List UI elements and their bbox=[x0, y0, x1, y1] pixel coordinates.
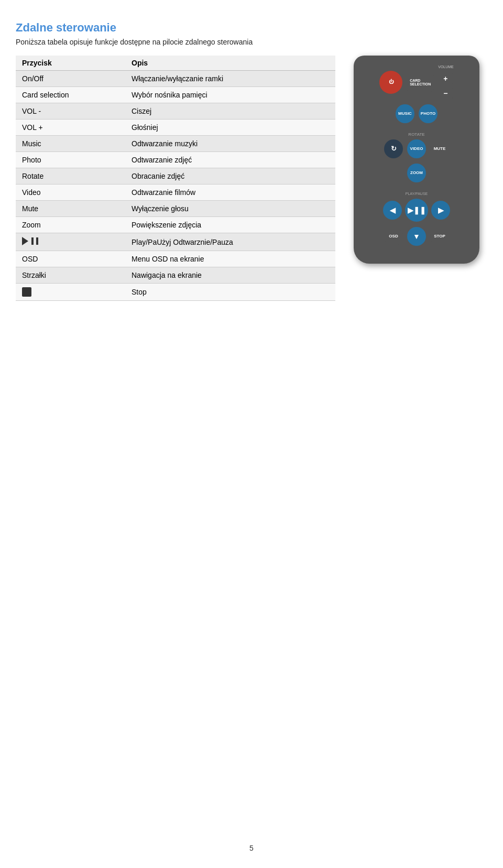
button-cell: Zoom bbox=[16, 217, 125, 233]
table-row: MuteWyłączenie głosu bbox=[16, 201, 335, 217]
page-subtitle: Poniższa tabela opisuje funkcje dostępne… bbox=[16, 38, 487, 46]
vol-minus-button[interactable]: − bbox=[438, 88, 453, 99]
description-cell: Odtwarzanie muzyki bbox=[125, 136, 335, 152]
button-cell: VOL + bbox=[16, 120, 125, 136]
remote-table: Przycisk Opis On/OffWłączanie/wyłączanie… bbox=[16, 56, 335, 301]
rotate-label: ROTATE bbox=[408, 132, 424, 137]
description-cell: Głośniej bbox=[125, 120, 335, 136]
table-row: VideoOdtwarzanie filmów bbox=[16, 185, 335, 201]
table-row: RotateObracanie zdjęć bbox=[16, 168, 335, 185]
button-cell: Photo bbox=[16, 152, 125, 168]
button-cell: VOL - bbox=[16, 103, 125, 120]
video-button[interactable]: VIDEO bbox=[407, 139, 426, 158]
table-row: OSDMenu OSD na ekranie bbox=[16, 251, 335, 267]
stop-button[interactable]: STOP bbox=[430, 227, 449, 246]
volume-label: VOLUME bbox=[438, 65, 454, 69]
table-row: VOL -Ciszej bbox=[16, 103, 335, 120]
table-row: Card selectionWybór nośnika pamięci bbox=[16, 87, 335, 103]
button-cell bbox=[16, 233, 125, 251]
table-row: MusicOdtwarzanie muzyki bbox=[16, 136, 335, 152]
button-cell: Video bbox=[16, 185, 125, 201]
description-cell: Odtwarzanie zdjęć bbox=[125, 152, 335, 168]
description-cell: Odtwarzanie filmów bbox=[125, 185, 335, 201]
table-row: On/OffWłączanie/wyłączanie ramki bbox=[16, 71, 335, 87]
card-selection-button[interactable]: CARDSELECTION bbox=[407, 73, 434, 92]
description-cell: Wybór nośnika pamięci bbox=[125, 87, 335, 103]
down-arrow-button[interactable]: ▼ bbox=[407, 227, 426, 246]
music-button[interactable]: MUSIC bbox=[396, 104, 414, 123]
stop-icon bbox=[22, 287, 31, 297]
power-button[interactable]: ⏻ bbox=[379, 71, 402, 94]
table-row: StrzałkiNawigacja na ekranie bbox=[16, 267, 335, 284]
right-arrow-button[interactable]: ▶ bbox=[431, 201, 450, 220]
page-number: 5 bbox=[249, 844, 254, 852]
play-pause-label: PLAY/PAUSE bbox=[406, 192, 428, 196]
button-cell: Strzałki bbox=[16, 267, 125, 284]
button-cell: Rotate bbox=[16, 168, 125, 185]
play-triangle-icon bbox=[22, 237, 28, 245]
description-cell: Obracanie zdjęć bbox=[125, 168, 335, 185]
description-cell: Włączanie/wyłączanie ramki bbox=[125, 71, 335, 87]
play-pause-icon bbox=[22, 237, 38, 245]
button-cell bbox=[16, 284, 125, 301]
description-cell: Play/PaUżyj Odtwarznie/Pauza bbox=[125, 233, 335, 251]
zoom-button[interactable]: ZOOM bbox=[407, 164, 426, 182]
description-cell: Stop bbox=[125, 284, 335, 301]
left-arrow-button[interactable]: ◀ bbox=[383, 201, 402, 220]
table-row: ZoomPowiększenie zdjęcia bbox=[16, 217, 335, 233]
volume-column: VOLUME + − bbox=[438, 65, 454, 99]
pause-bar-icon bbox=[36, 237, 38, 245]
description-cell: Menu OSD na ekranie bbox=[125, 251, 335, 267]
col-button-header: Przycisk bbox=[16, 56, 125, 71]
table-row: VOL +Głośniej bbox=[16, 120, 335, 136]
rotate-button[interactable]: ↻ bbox=[384, 139, 403, 158]
button-cell: Card selection bbox=[16, 87, 125, 103]
power-icon: ⏻ bbox=[389, 79, 393, 85]
button-cell: Music bbox=[16, 136, 125, 152]
music-photo-row: MUSIC PHOTO bbox=[361, 104, 472, 123]
nav-row: ◀ ▶❚❚ ▶ bbox=[361, 199, 472, 222]
table-row: PhotoOdtwarzanie zdjęć bbox=[16, 152, 335, 168]
button-cell: OSD bbox=[16, 251, 125, 267]
col-description-header: Opis bbox=[125, 56, 335, 71]
button-cell: Mute bbox=[16, 201, 125, 217]
description-cell: Wyłączenie głosu bbox=[125, 201, 335, 217]
mute-button[interactable]: MUTE bbox=[430, 139, 449, 158]
page-title: Zdalne sterowanie bbox=[16, 21, 487, 35]
pause-bar-icon bbox=[31, 237, 34, 245]
rotate-video-mute-row: ↻ VIDEO MUTE bbox=[361, 139, 472, 158]
description-cell: Nawigacja na ekranie bbox=[125, 267, 335, 284]
button-cell: On/Off bbox=[16, 71, 125, 87]
play-pause-button[interactable]: ▶❚❚ bbox=[405, 199, 428, 222]
remote-top-row: ⏻ CARDSELECTION VOLUME + − bbox=[361, 65, 472, 99]
zoom-row: ZOOM bbox=[361, 164, 472, 182]
description-cell: Ciszej bbox=[125, 103, 335, 120]
osd-down-stop-row: OSD ▼ STOP bbox=[361, 227, 472, 246]
description-cell: Powiększenie zdjęcia bbox=[125, 217, 335, 233]
remote-area: ⏻ CARDSELECTION VOLUME + − MUSIC PHOTO bbox=[346, 56, 487, 264]
table-row: Play/PaUżyj Odtwarznie/Pauza bbox=[16, 233, 335, 251]
table-area: Przycisk Opis On/OffWłączanie/wyłączanie… bbox=[16, 56, 335, 301]
main-section: Przycisk Opis On/OffWłączanie/wyłączanie… bbox=[16, 56, 487, 301]
vol-plus-button[interactable]: + bbox=[438, 73, 453, 84]
remote-control: ⏻ CARDSELECTION VOLUME + − MUSIC PHOTO bbox=[354, 56, 479, 264]
table-row: Stop bbox=[16, 284, 335, 301]
osd-button[interactable]: OSD bbox=[384, 227, 403, 246]
photo-button[interactable]: PHOTO bbox=[419, 104, 438, 123]
